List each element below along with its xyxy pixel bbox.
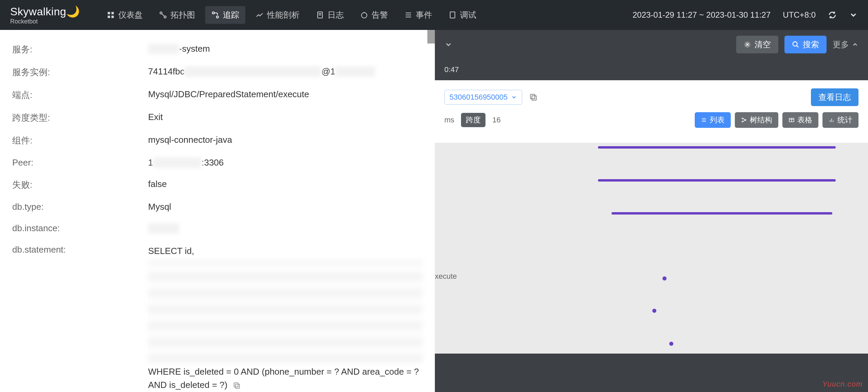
label: db.type: bbox=[12, 202, 148, 212]
value: false bbox=[148, 179, 423, 189]
view-list-button[interactable]: 列表 bbox=[695, 112, 731, 128]
span-pill: 跨度 bbox=[461, 113, 485, 127]
nav-dashboard[interactable]: 仪表盘 bbox=[101, 6, 149, 24]
trace-id-selector[interactable]: 53060156950005 bbox=[444, 90, 522, 105]
search-icon bbox=[792, 41, 799, 48]
time-range[interactable]: 2023-01-29 11:27 ~ 2023-01-30 11:27 bbox=[633, 10, 770, 20]
label: db.instance: bbox=[12, 223, 148, 234]
debug-icon bbox=[448, 11, 457, 19]
detail-row-peer: Peer: 1xxxxxxxxxxx:3306 bbox=[12, 152, 423, 173]
svg-line-6 bbox=[162, 14, 164, 16]
span-label-text: xecute bbox=[435, 272, 457, 281]
detail-row-dbtype: db.type: Mysql bbox=[12, 196, 423, 218]
value: mysql-connector-java bbox=[148, 135, 423, 145]
span-count: 16 bbox=[492, 116, 500, 124]
value: 74114fbcxxxxxxxxxxxxxxxxxxxxxxxxxxxxxxx@… bbox=[148, 66, 423, 77]
top-navigation: Skywalking🌙 Rocketbot 仪表盘 拓扑图 追踪 性能剖析 日志… bbox=[0, 0, 868, 30]
nav-topology[interactable]: 拓扑图 bbox=[153, 6, 201, 24]
chevron-down-icon[interactable] bbox=[444, 40, 453, 49]
span-bar[interactable] bbox=[598, 179, 836, 182]
svg-rect-26 bbox=[531, 94, 535, 99]
copy-icon[interactable] bbox=[529, 93, 538, 102]
tree-icon bbox=[741, 117, 747, 123]
timezone[interactable]: UTC+8:0 bbox=[783, 10, 816, 20]
dashboard-icon bbox=[107, 11, 115, 19]
label: 端点: bbox=[12, 89, 148, 101]
detail-row-component: 组件: mysql-connector-java bbox=[12, 129, 423, 152]
nav-menu: 仪表盘 拓扑图 追踪 性能剖析 日志 告警 事件 调试 bbox=[101, 6, 482, 24]
detail-row-endpoint: 端点: Mysql/JDBC/PreparedStatement/execute bbox=[12, 84, 423, 106]
content-area: 服务: xxxxxxx-system 服务实例: 74114fbcxxxxxxx… bbox=[0, 30, 868, 392]
refresh-icon[interactable] bbox=[828, 11, 837, 19]
detail-row-instance: 服务实例: 74114fbcxxxxxxxxxxxxxxxxxxxxxxxxxx… bbox=[12, 61, 423, 84]
span-dot[interactable] bbox=[662, 276, 667, 280]
profile-icon bbox=[255, 11, 264, 19]
nav-trace[interactable]: 追踪 bbox=[205, 6, 245, 24]
event-icon bbox=[404, 11, 412, 19]
value: Mysql/JDBC/PreparedStatement/execute bbox=[148, 89, 423, 100]
nav-label: 追踪 bbox=[223, 10, 239, 20]
topology-icon bbox=[159, 11, 167, 19]
svg-line-34 bbox=[743, 120, 745, 122]
span-dot[interactable] bbox=[669, 342, 673, 346]
svg-point-31 bbox=[742, 121, 743, 122]
view-table-button[interactable]: 表格 bbox=[782, 112, 818, 128]
svg-point-12 bbox=[361, 13, 367, 18]
value: xxxxxxx-system bbox=[148, 44, 423, 54]
trace-right-area: 清空 搜索 更多 0:47 53060156950005 bbox=[435, 30, 868, 392]
value: Exit bbox=[148, 112, 423, 122]
alarm-icon bbox=[360, 11, 368, 19]
nav-label: 拓扑图 bbox=[171, 10, 195, 20]
label: 跨度类型: bbox=[12, 112, 148, 124]
svg-point-32 bbox=[745, 120, 746, 121]
log-icon bbox=[316, 11, 324, 19]
span-bar[interactable] bbox=[598, 146, 836, 149]
svg-point-23 bbox=[793, 42, 797, 46]
svg-rect-19 bbox=[234, 383, 238, 387]
label: 服务: bbox=[12, 44, 148, 55]
nav-alarm[interactable]: 告警 bbox=[354, 6, 394, 24]
more-dropdown[interactable]: 更多 bbox=[833, 39, 858, 50]
span-bar[interactable] bbox=[612, 212, 832, 215]
list-icon bbox=[701, 117, 707, 123]
search-button[interactable]: 搜索 bbox=[784, 36, 827, 53]
nav-label: 调试 bbox=[460, 10, 476, 20]
view-stat-button[interactable]: 统计 bbox=[822, 112, 858, 128]
svg-line-24 bbox=[797, 46, 799, 48]
detail-row-service: 服务: xxxxxxx-system bbox=[12, 38, 423, 61]
span-dot[interactable] bbox=[652, 309, 656, 313]
svg-rect-3 bbox=[111, 16, 114, 18]
svg-line-33 bbox=[743, 119, 745, 120]
chevron-down-icon[interactable] bbox=[849, 11, 858, 19]
nav-debug[interactable]: 调试 bbox=[442, 6, 482, 24]
detail-row-fail: 失败: false bbox=[12, 173, 423, 196]
logo-title: Skywalking🌙 bbox=[10, 5, 80, 18]
nav-log[interactable]: 日志 bbox=[310, 6, 350, 24]
nav-event[interactable]: 事件 bbox=[398, 6, 438, 24]
copy-icon[interactable] bbox=[233, 381, 241, 390]
clear-button[interactable]: 清空 bbox=[736, 36, 778, 53]
detail-row-dbstatement: db.statement: SELECT id, WHERE is_delete… bbox=[12, 239, 423, 392]
close-circle-icon bbox=[744, 41, 751, 48]
chevron-down-icon bbox=[511, 94, 517, 100]
nav-profile[interactable]: 性能剖析 bbox=[249, 6, 306, 24]
trace-top-row: 53060156950005 查看日志 bbox=[444, 88, 858, 106]
svg-rect-1 bbox=[111, 12, 114, 14]
svg-rect-18 bbox=[235, 384, 240, 388]
nav-label: 告警 bbox=[372, 10, 388, 20]
search-label: 搜索 bbox=[803, 39, 819, 50]
nav-label: 仪表盘 bbox=[118, 10, 143, 20]
trace-meta-row: ms 跨度 16 列表 树结构 表格 bbox=[444, 112, 858, 128]
nav-label: 日志 bbox=[327, 10, 344, 20]
svg-point-7 bbox=[212, 12, 214, 14]
scrollbar[interactable] bbox=[427, 30, 435, 44]
trace-icon bbox=[211, 11, 219, 19]
view-tree-button[interactable]: 树结构 bbox=[735, 112, 778, 128]
span-timeline[interactable]: xecute bbox=[435, 143, 868, 354]
nav-label: 事件 bbox=[416, 10, 432, 20]
view-mode-buttons: 列表 树结构 表格 统计 bbox=[695, 112, 858, 128]
view-log-button[interactable]: 查看日志 bbox=[811, 88, 858, 106]
clear-label: 清空 bbox=[755, 39, 771, 50]
logo: Skywalking🌙 Rocketbot bbox=[10, 5, 80, 25]
chart-icon bbox=[829, 117, 835, 123]
